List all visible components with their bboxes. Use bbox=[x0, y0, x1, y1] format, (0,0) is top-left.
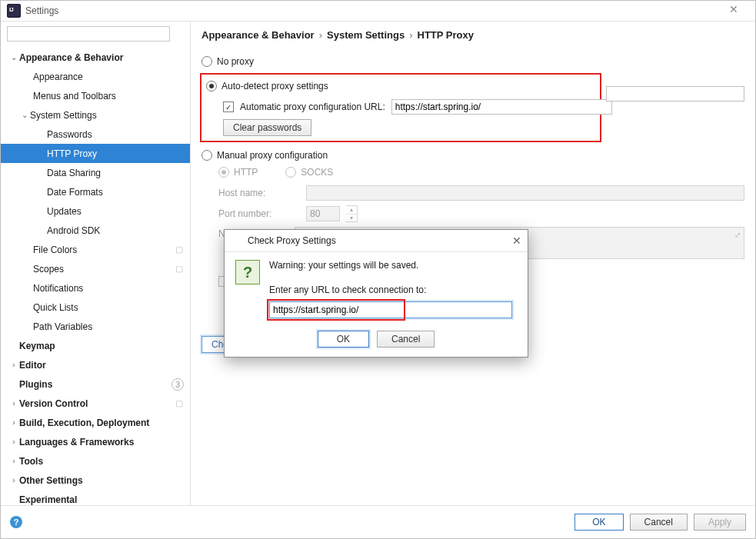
chevron-right-icon: › bbox=[8, 437, 19, 448]
tree-quick-lists[interactable]: Quick Lists bbox=[1, 298, 190, 317]
sidebar: ⌄Appearance & Behavior Appearance Menus … bbox=[1, 22, 191, 505]
tree-build[interactable]: ›Build, Execution, Deployment bbox=[1, 413, 190, 432]
settings-search-input[interactable] bbox=[7, 26, 170, 42]
chevron-right-icon: › bbox=[8, 398, 19, 409]
tree-date-formats[interactable]: Date Formats bbox=[1, 182, 190, 201]
checkbox-pac-url[interactable]: ✓ bbox=[223, 101, 234, 112]
settings-tree[interactable]: ⌄Appearance & Behavior Appearance Menus … bbox=[1, 46, 190, 505]
tree-languages[interactable]: ›Languages & Frameworks bbox=[1, 432, 190, 451]
chevron-right-icon: › bbox=[8, 418, 19, 428]
cancel-button[interactable]: Cancel bbox=[630, 514, 688, 531]
breadcrumb-part[interactable]: Appearance & Behavior bbox=[201, 29, 315, 41]
chevron-down-icon: ▾ bbox=[346, 215, 357, 222]
tree-android-sdk[interactable]: Android SDK bbox=[1, 221, 190, 240]
breadcrumb-part[interactable]: System Settings bbox=[327, 29, 405, 41]
app-icon bbox=[231, 235, 243, 247]
tree-updates[interactable]: Updates bbox=[1, 201, 190, 221]
dialog-cancel-button[interactable]: Cancel bbox=[377, 331, 435, 348]
app-icon bbox=[7, 4, 21, 18]
chevron-right-icon: › bbox=[409, 29, 412, 41]
dialog-title: Check Proxy Settings bbox=[248, 235, 336, 246]
pac-url-input-tail[interactable] bbox=[606, 86, 744, 101]
tree-scopes[interactable]: Scopes▢ bbox=[1, 259, 190, 278]
radio-manual[interactable]: Manual proxy configuration bbox=[201, 147, 744, 164]
radio-label: Auto-detect proxy settings bbox=[221, 81, 328, 91]
tree-http-proxy[interactable]: HTTP Proxy bbox=[1, 144, 190, 163]
dialog-url-input[interactable] bbox=[269, 301, 512, 318]
pac-url-input[interactable] bbox=[391, 99, 612, 115]
clear-passwords-button[interactable]: Clear passwords bbox=[223, 119, 311, 136]
chevron-right-icon: › bbox=[8, 456, 19, 467]
host-name-label: Host name: bbox=[218, 188, 300, 198]
chevron-right-icon: › bbox=[319, 29, 322, 41]
ok-button[interactable]: OK bbox=[574, 514, 623, 531]
chevron-up-icon: ▴ bbox=[346, 206, 357, 215]
tree-menus-toolbars[interactable]: Menus and Toolbars bbox=[1, 86, 190, 105]
breadcrumb-part[interactable]: HTTP Proxy bbox=[418, 29, 474, 41]
question-icon: ? bbox=[235, 260, 260, 284]
tree-other-settings[interactable]: ›Other Settings bbox=[1, 471, 190, 490]
chevron-right-icon: › bbox=[8, 475, 19, 486]
project-icon: ▢ bbox=[175, 245, 184, 255]
tree-file-colors[interactable]: File Colors▢ bbox=[1, 240, 190, 259]
apply-button[interactable]: Apply bbox=[694, 514, 746, 531]
tree-keymap[interactable]: Keymap bbox=[1, 336, 190, 355]
breadcrumb: Appearance & Behavior › System Settings … bbox=[201, 29, 744, 41]
port-spinner: ▴▾ bbox=[346, 205, 358, 222]
tree-system-settings[interactable]: ⌄System Settings bbox=[1, 105, 190, 125]
tree-plugins[interactable]: Plugins3 bbox=[1, 374, 190, 394]
radio-socks bbox=[285, 167, 296, 178]
tree-appearance-behavior[interactable]: ⌄Appearance & Behavior bbox=[1, 48, 190, 67]
window-title: Settings bbox=[25, 5, 58, 16]
radio-label: Manual proxy configuration bbox=[217, 150, 328, 161]
project-icon: ▢ bbox=[175, 399, 184, 408]
tree-editor[interactable]: ›Editor bbox=[1, 355, 190, 374]
dialog-close-button[interactable]: ✕ bbox=[497, 235, 521, 247]
help-icon[interactable]: ? bbox=[10, 516, 22, 528]
tree-appearance[interactable]: Appearance bbox=[1, 67, 190, 86]
tree-tools[interactable]: ›Tools bbox=[1, 451, 190, 471]
highlight-auto-detect: Auto-detect proxy settings ✓ Automatic p… bbox=[200, 73, 601, 142]
radio-no-proxy[interactable]: No proxy bbox=[201, 53, 744, 70]
tree-version-control[interactable]: ›Version Control▢ bbox=[1, 394, 190, 413]
expand-icon: ⤢ bbox=[734, 231, 741, 239]
tree-path-variables[interactable]: Path Variables bbox=[1, 317, 190, 336]
window-close-button[interactable]: ✕ bbox=[718, 3, 749, 18]
port-number-input bbox=[306, 206, 340, 221]
dialog-prompt-text: Enter any URL to check connection to: bbox=[269, 284, 517, 295]
check-proxy-dialog: Check Proxy Settings ✕ ? Warning: your s… bbox=[224, 229, 528, 358]
plugins-count-badge: 3 bbox=[172, 378, 184, 391]
dialog-ok-button[interactable]: OK bbox=[318, 331, 369, 348]
chevron-right-icon: › bbox=[8, 360, 19, 371]
project-icon: ▢ bbox=[175, 265, 184, 274]
checkbox-label: Automatic proxy configuration URL: bbox=[240, 101, 385, 112]
dialog-warning-text: Warning: your settings will be saved. bbox=[269, 260, 517, 271]
tree-data-sharing[interactable]: Data Sharing bbox=[1, 163, 190, 182]
radio-label: SOCKS bbox=[301, 167, 333, 178]
tree-experimental[interactable]: Experimental bbox=[1, 490, 190, 505]
titlebar: Settings ✕ bbox=[1, 1, 755, 22]
radio-label: HTTP bbox=[234, 167, 258, 178]
radio-label: No proxy bbox=[217, 56, 254, 67]
host-name-input bbox=[306, 185, 744, 201]
chevron-down-icon: ⌄ bbox=[19, 110, 30, 121]
port-number-label: Port number: bbox=[218, 208, 300, 219]
radio-http bbox=[218, 167, 229, 178]
settings-window: Settings ✕ ⌄Appearance & Behavior Appear… bbox=[0, 0, 756, 539]
button-bar: ? OK Cancel Apply bbox=[1, 505, 755, 538]
tree-passwords[interactable]: Passwords bbox=[1, 125, 190, 144]
tree-notifications[interactable]: Notifications bbox=[1, 278, 190, 298]
chevron-down-icon: ⌄ bbox=[8, 52, 19, 63]
radio-auto-detect[interactable]: Auto-detect proxy settings bbox=[206, 78, 595, 95]
